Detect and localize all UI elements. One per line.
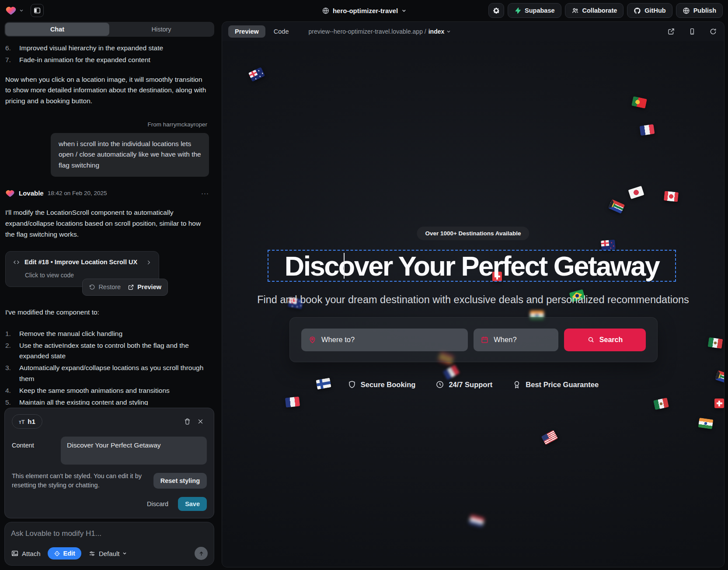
- text-caret: [344, 253, 345, 279]
- tab-history[interactable]: History: [109, 23, 213, 36]
- list-item: 1.Remove the manual click handling: [5, 329, 209, 339]
- sidebar-tabs: Chat History: [4, 22, 214, 37]
- logo-chevron-down-icon[interactable]: [19, 8, 24, 13]
- close-icon: [197, 418, 204, 425]
- globe-icon: [322, 7, 329, 14]
- mobile-view-button[interactable]: [687, 27, 697, 36]
- preview-button[interactable]: Preview: [128, 282, 161, 292]
- save-button[interactable]: Save: [178, 497, 207, 511]
- mode-chevron-down-icon: [122, 551, 127, 556]
- sliders-icon: [88, 550, 96, 557]
- assistant-paragraph: Now when you click on a location image, …: [5, 74, 209, 107]
- trash-icon: [184, 418, 191, 425]
- attach-image-icon: [11, 549, 19, 557]
- arrow-up-icon: [198, 550, 205, 557]
- restore-button[interactable]: Restore: [89, 282, 121, 292]
- message-menu-button[interactable]: ···: [201, 188, 209, 199]
- refresh-icon: [709, 28, 717, 35]
- heading-selection-box[interactable]: Discover Your Perfect Getaway: [268, 250, 676, 282]
- tab-code[interactable]: Code: [267, 25, 296, 38]
- project-name: hero-optimizer-travel: [333, 7, 398, 14]
- attach-button[interactable]: Attach: [11, 549, 41, 557]
- preview-viewport[interactable]: Over 1000+ Destinations Available Discov…: [222, 41, 724, 567]
- refresh-button[interactable]: [708, 27, 718, 36]
- lovable-avatar-icon: [5, 189, 15, 198]
- smartphone-icon: [688, 28, 696, 35]
- feature-row: Secure Booking 24/7 Support Best Price G…: [222, 380, 724, 389]
- flag-au-icon: [248, 67, 265, 81]
- flag-za-icon: [608, 199, 625, 213]
- lovable-logo-icon[interactable]: [5, 5, 17, 16]
- chat-scroll-area[interactable]: 6.Improved visual hierarchy in the expan…: [0, 37, 219, 405]
- publish-button[interactable]: Publish: [676, 3, 723, 18]
- flag-pt-icon: [631, 96, 647, 108]
- message-timestamp: 18:42 on Feb 20, 2025: [48, 189, 107, 198]
- preview-panel: Preview Code preview--hero-optimizer-tra…: [222, 21, 725, 567]
- tab-preview[interactable]: Preview: [228, 25, 265, 38]
- mode-selector[interactable]: Default: [88, 550, 127, 557]
- open-preview-icon: [128, 284, 134, 290]
- app-window: hero-optimizer-travel Supabase Collabora…: [0, 0, 728, 570]
- panel-left-icon: [33, 7, 41, 14]
- element-tag-pill[interactable]: тT h1: [12, 414, 42, 429]
- project-switcher[interactable]: hero-optimizer-travel: [322, 0, 406, 21]
- edit-mode-button[interactable]: Edit: [48, 547, 81, 560]
- publish-label: Publish: [693, 7, 716, 14]
- assistant-steps: 1.Remove the manual click handling 2.Use…: [5, 329, 209, 405]
- reset-styling-button[interactable]: Reset styling: [153, 473, 207, 489]
- github-button[interactable]: GitHub: [627, 3, 672, 18]
- close-panel-button[interactable]: [194, 415, 207, 428]
- gear-icon: [492, 7, 500, 14]
- where-to-placeholder: Where to?: [321, 336, 355, 344]
- settings-button[interactable]: [488, 3, 504, 18]
- supabase-button[interactable]: Supabase: [508, 3, 561, 18]
- search-button[interactable]: Search: [564, 329, 646, 351]
- preview-url[interactable]: preview--hero-optimizer-travel.lovable.a…: [309, 28, 451, 35]
- sidebar-toggle-button[interactable]: [31, 4, 44, 17]
- target-icon: [54, 550, 60, 557]
- chevron-right-icon: [146, 259, 152, 266]
- award-icon: [512, 380, 521, 389]
- list-item: 5.Maintain all the existing content and …: [5, 397, 209, 405]
- flag-fr-icon: [443, 364, 460, 380]
- discard-button[interactable]: Discard: [147, 500, 168, 507]
- when-placeholder: When?: [494, 336, 516, 344]
- flag-fr-icon: [640, 124, 655, 136]
- sidebar: Chat History 6.Improved visual hierarchy…: [0, 21, 219, 570]
- open-in-new-tab-button[interactable]: [666, 27, 676, 36]
- flag-nl-icon: [469, 514, 485, 528]
- send-button[interactable]: [195, 547, 208, 560]
- user-message-bubble: when i scroll into the individual locati…: [51, 133, 209, 177]
- assistant-name: Lovable: [19, 188, 44, 199]
- clock-icon: [435, 380, 444, 389]
- calendar-icon: [481, 336, 489, 344]
- where-to-input[interactable]: Where to?: [301, 329, 468, 351]
- github-icon: [634, 7, 641, 14]
- tab-chat[interactable]: Chat: [5, 23, 109, 36]
- flag-in-icon: [698, 418, 714, 429]
- chat-composer: Attach Edit Default: [4, 522, 214, 566]
- url-page: index: [428, 28, 445, 35]
- collaborate-button[interactable]: Collaborate: [565, 3, 624, 18]
- flag-ch-icon: [714, 399, 724, 408]
- feature-price-guarantee: Best Price Guarantee: [512, 380, 599, 389]
- url-text: preview--hero-optimizer-travel.lovable.a…: [309, 28, 426, 35]
- project-chevron-down-icon: [401, 8, 406, 13]
- flag-mx-icon: [653, 398, 669, 410]
- supabase-icon: [514, 7, 521, 14]
- text-style-icon: тT: [19, 419, 24, 425]
- flag-nz-icon: [601, 240, 616, 251]
- preview-header: Preview Code preview--hero-optimizer-tra…: [222, 22, 724, 41]
- chat-input[interactable]: [11, 529, 208, 538]
- assistant-prev-steps: 6.Improved visual hierarchy in the expan…: [5, 43, 209, 66]
- flag-fr-icon: [285, 396, 300, 407]
- hero-heading[interactable]: Discover Your Perfect Getaway: [285, 250, 659, 282]
- content-textarea[interactable]: Discover Your Perfect Getaway: [61, 437, 207, 465]
- restore-preview-chip: Restore Preview: [82, 279, 168, 296]
- github-label: GitHub: [644, 7, 665, 14]
- restore-icon: [89, 284, 95, 290]
- flag-mx-icon: [708, 337, 723, 349]
- when-input[interactable]: When?: [474, 329, 558, 351]
- styling-note: This element can't be styled. You can ed…: [12, 472, 147, 490]
- delete-element-button[interactable]: [181, 415, 194, 428]
